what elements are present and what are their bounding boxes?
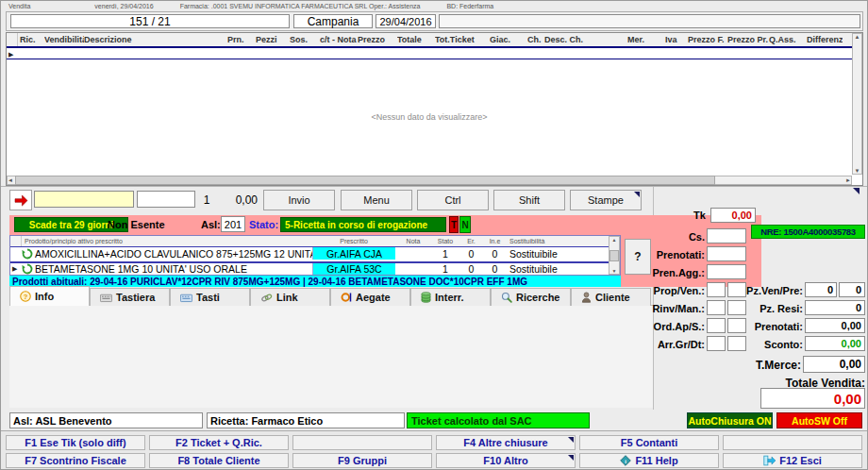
table-vscrollbar[interactable]: ▲ ▼ [852, 33, 862, 175]
exit-icon [763, 455, 776, 466]
row2-product-text: BETAMETASONE 1MG 10 UNITA' USO ORALE [35, 263, 247, 275]
f6-button[interactable] [723, 435, 862, 450]
info-icon: ? [20, 291, 31, 302]
ord-ap-field-1[interactable] [707, 318, 726, 333]
tab-info[interactable]: ? Info [9, 286, 90, 306]
pren-agg-field[interactable] [707, 264, 746, 279]
row1-stato-cell: 1 [431, 248, 459, 260]
col-pezzi[interactable]: Pezzi [256, 35, 290, 44]
prescription-row[interactable]: ▶ BETAMETASONE 1MG 10 UNITA' USO ORALE G… [10, 261, 609, 275]
hscroll-thumb[interactable] [15, 176, 715, 185]
tab-interr[interactable]: Interr. [410, 288, 491, 306]
f10-button[interactable]: F10 Altro [436, 453, 576, 468]
tab-tasti[interactable]: Tasti [170, 288, 250, 306]
row1-er-cell: 0 [459, 248, 483, 260]
nre-text: NRE: 1500A4000035783 [760, 227, 856, 237]
product-code-input[interactable] [34, 191, 134, 208]
abituali-bar: Prodotti abituali: 29-04-16 PURICLAV*12C… [9, 276, 621, 287]
asl-code-field[interactable]: 201 [221, 216, 245, 232]
help-button[interactable]: ? [625, 239, 651, 275]
f3-button[interactable] [292, 435, 432, 450]
col-totale[interactable]: Totale [397, 35, 435, 44]
f12-button[interactable]: F12 Esci [723, 453, 862, 468]
cs-field[interactable] [707, 228, 746, 243]
f4-label: F4 Altre chiusure [463, 437, 547, 448]
col-giac[interactable]: Giac. [490, 35, 527, 44]
autochiusura-text: AutoChiusura ON [688, 415, 771, 427]
date-field[interactable]: 29/04/2016 [376, 14, 436, 28]
col-iva[interactable]: Iva [665, 35, 688, 44]
autosw-toggle[interactable]: AutoSW Off [776, 412, 862, 428]
prop-ven-field-1[interactable] [707, 282, 726, 297]
f4-button[interactable]: F4 Altre chiusure [436, 435, 576, 450]
confirm-arrow-button[interactable] [9, 190, 32, 210]
col-tot-ticket[interactable]: Tot.Ticket [435, 35, 490, 44]
scroll-down-icon[interactable]: ▼ [855, 168, 860, 174]
col-ch[interactable]: Ch. [527, 35, 544, 44]
prescription-row[interactable]: AMOXICILLINA+ACIDO CLAVULANICO 875+125MG… [10, 246, 609, 260]
secondary-input[interactable] [137, 191, 195, 208]
scroll-up-icon[interactable]: ▲ [612, 237, 617, 243]
region-field[interactable]: Campania [293, 14, 373, 28]
stampe-button[interactable]: Stampe [570, 190, 642, 210]
col-mer[interactable]: Mer. [627, 35, 665, 44]
shift-button[interactable]: Shift [493, 190, 565, 210]
autochiusura-toggle[interactable]: AutoChiusura ON [687, 412, 773, 428]
f7-button[interactable]: F7 Scontrino Fiscale [6, 453, 145, 468]
f2-button[interactable]: F2 Ticket + Q.Ric. [149, 435, 289, 450]
col-sos[interactable]: Sos. [290, 35, 320, 44]
scroll-left-icon[interactable]: ◄ [8, 177, 13, 183]
tab-tastiera[interactable]: Tastiera [90, 288, 170, 306]
grid-vscroll-thumb[interactable] [609, 250, 619, 261]
f1-button[interactable]: F1 Ese Tik (solo diff) [6, 435, 145, 450]
f5-button[interactable]: F5 Contanti [579, 435, 719, 450]
aegate-icon [341, 292, 352, 303]
link-icon [260, 293, 273, 303]
prenotati-field[interactable] [707, 246, 746, 261]
scroll-up-icon[interactable]: ▲ [855, 34, 860, 40]
table-row[interactable]: ▶ [7, 50, 852, 59]
tab-aegate[interactable]: Aegate [330, 288, 410, 306]
stampe-corner-icon [634, 192, 640, 197]
prenotati2-label: Prenotati: [737, 321, 803, 332]
col-prezzo-pr[interactable]: Prezzo Pr. [727, 35, 769, 44]
col-desc-ch[interactable]: Desc. Ch. [544, 35, 627, 44]
tab-link[interactable]: Link [250, 288, 330, 306]
col-ric[interactable]: Ric. [18, 35, 44, 44]
col-ct-nota[interactable]: c/t - Nota [320, 35, 358, 44]
arr-gr-field-1[interactable] [707, 336, 726, 351]
table-hscrollbar[interactable]: ◄ ► [7, 176, 852, 185]
col-descrizione[interactable]: Descrizione [84, 35, 227, 44]
col-differenza[interactable]: Differenza [807, 35, 843, 44]
totale-vendita-value: 0,00 [834, 391, 861, 407]
row2-selector[interactable]: ▶ [10, 263, 22, 275]
scroll-right-icon[interactable]: ► [845, 177, 851, 183]
autosw-text: AutoSW Off [792, 415, 847, 427]
f8-button[interactable]: F8 Totale Cliente [149, 453, 289, 468]
sales-table-header: Ric. Vendibilità Descrizione Prn. Pezzi … [7, 33, 852, 48]
row1-selector[interactable] [10, 247, 22, 260]
f11-button[interactable]: i F11 Help [579, 453, 719, 468]
tab-ricerche[interactable]: Ricerche [491, 288, 571, 306]
stato-text: 5-Ricetta in corso di erogazione [285, 220, 427, 230]
col-vendibilita[interactable]: Vendibilità [44, 35, 84, 44]
stampe-label: Stampe [588, 194, 624, 206]
col-prezzo-f[interactable]: Prezzo F. [688, 35, 727, 44]
prescription-grid-header: Prodotto/principio attivo prescritto Pre… [10, 236, 609, 246]
ctrl-button[interactable]: Ctrl [417, 190, 489, 210]
main-separator [1, 186, 868, 187]
pz-ven-pre-value-2: 0 [856, 284, 861, 295]
rinv-man-field-1[interactable] [707, 300, 726, 315]
row2-product-cell: BETAMETASONE 1MG 10 UNITA' USO ORALE [22, 263, 312, 275]
col-prezzo[interactable]: Prezzo [358, 35, 397, 44]
col-prn[interactable]: Prn. [227, 35, 256, 44]
menu-button[interactable]: Menu [341, 190, 412, 210]
substitution-icon [22, 263, 33, 275]
scroll-down-icon[interactable]: ▼ [612, 268, 617, 274]
col-qass[interactable]: Q.Ass. [769, 35, 807, 44]
invio-button[interactable]: Invio [263, 190, 335, 210]
tab-cliente[interactable]: Cliente [571, 288, 651, 306]
grid-vscrollbar[interactable]: ▲ ▼ [609, 236, 620, 275]
row1-prescritto-cell: Gr.AIFA CJA [312, 247, 395, 260]
f9-button[interactable]: F9 Gruppi [292, 453, 432, 468]
